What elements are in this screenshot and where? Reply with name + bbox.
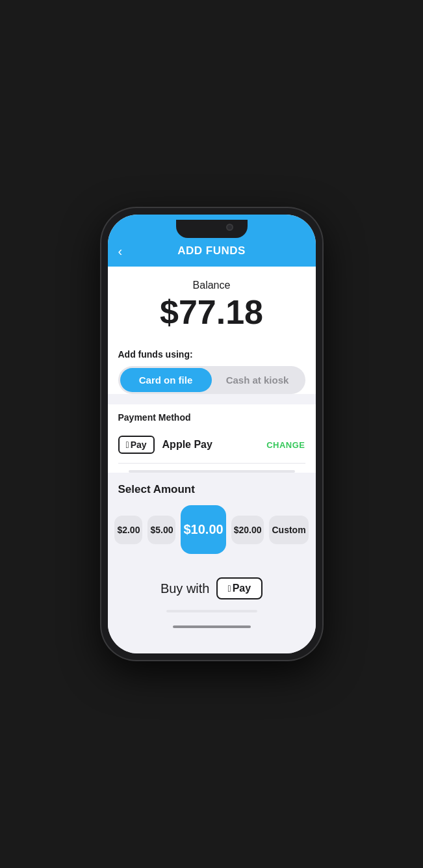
- amount-10-button[interactable]: $10.00: [181, 505, 225, 554]
- amount-custom-button[interactable]: Custom: [269, 516, 308, 544]
- cash-at-kiosk-button[interactable]: Cash at kiosk: [212, 368, 303, 392]
- amount-2-button[interactable]: $2.00: [114, 516, 142, 544]
- apple-pay-buy-button[interactable]:  Pay: [216, 577, 263, 599]
- amount-grid: $2.00 $5.00 $10.00 $20.00 Custom: [118, 505, 305, 554]
- balance-label: Balance: [118, 280, 305, 291]
- buy-with-label: Buy with: [160, 581, 210, 596]
- balance-section: Balance $77.18: [108, 267, 316, 341]
- add-funds-label: Add funds using:: [118, 349, 305, 360]
- home-indicator: [173, 625, 251, 628]
- add-funds-section: Add funds using: Card on file Cash at ki…: [108, 341, 316, 394]
- apple-logo-icon: : [126, 440, 129, 450]
- apple-pay-badge:  Pay: [118, 436, 155, 454]
- amount-5-button[interactable]: $5.00: [147, 516, 175, 544]
- apple-pay-button-text: Pay: [233, 583, 251, 594]
- payment-section: Payment Method  Pay Apple Pay CHANGE: [108, 404, 316, 473]
- notch: [176, 220, 248, 238]
- buy-row: Buy with  Pay: [160, 577, 263, 599]
- buy-section: Buy with  Pay: [108, 564, 316, 619]
- bottom-divider: [166, 610, 257, 612]
- amount-20-button[interactable]: $20.00: [231, 516, 264, 544]
- page-title: ADD FUNDS: [177, 244, 246, 257]
- payment-method-label: Payment Method: [118, 412, 305, 423]
- card-on-file-button[interactable]: Card on file: [120, 368, 212, 392]
- payment-toggle: Card on file Cash at kiosk: [118, 366, 305, 394]
- payment-row:  Pay Apple Pay CHANGE: [118, 429, 305, 464]
- main-content: Balance $77.18 Add funds using: Card on …: [108, 267, 316, 653]
- back-button[interactable]: ‹: [118, 244, 123, 259]
- camera: [226, 224, 233, 231]
- balance-amount: $77.18: [118, 294, 305, 331]
- phone-screen: ‹ ADD FUNDS Balance $77.18 Add funds usi…: [108, 215, 316, 653]
- apple-pay-icon: : [228, 583, 231, 594]
- payment-method-name: Apple Pay: [162, 439, 267, 451]
- apple-pay-badge-text: Pay: [131, 440, 147, 450]
- amount-section: Select Amount $2.00 $5.00 $10.00 $20.00 …: [108, 473, 316, 564]
- phone-frame: ‹ ADD FUNDS Balance $77.18 Add funds usi…: [101, 208, 322, 660]
- change-payment-button[interactable]: CHANGE: [266, 440, 305, 450]
- select-amount-label: Select Amount: [118, 483, 305, 496]
